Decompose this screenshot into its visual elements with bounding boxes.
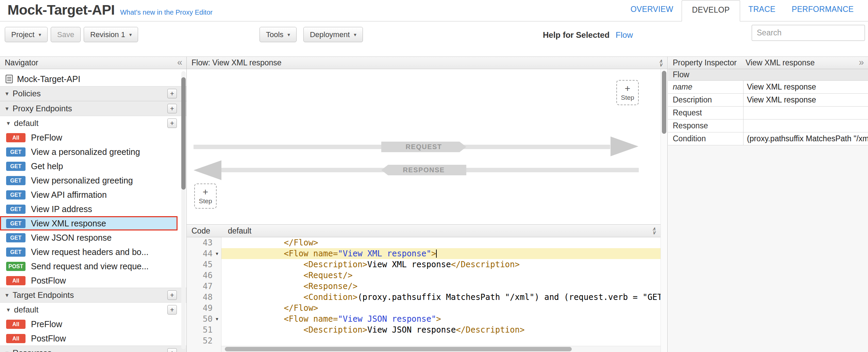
code-line-49[interactable]: 49 </Flow> — [187, 303, 661, 314]
collapse-flow-panel-icon[interactable]: ∧∨ — [659, 59, 663, 67]
flow-item-preflow[interactable]: All PreFlow — [0, 130, 186, 145]
help-selected-flow-link[interactable]: Flow — [616, 30, 633, 40]
tab-overview[interactable]: OVERVIEW — [622, 5, 682, 21]
flow-item-view-a-personalized-greeting[interactable]: GET View a personalized greeting — [0, 145, 186, 159]
code-line-46[interactable]: 46 <Request/> — [187, 270, 661, 281]
disclosure-triangle-icon[interactable]: ▾ — [5, 291, 9, 299]
expand-inspector-icon[interactable]: » — [859, 58, 864, 67]
disclosure-triangle-icon[interactable]: ▾ — [7, 119, 10, 127]
inspector-value[interactable]: View XML response — [744, 94, 868, 106]
flow-panel-scrollbar[interactable] — [661, 69, 667, 352]
tools-menu-label: Tools — [266, 30, 283, 39]
code-line-50[interactable]: 50▾ <Flow name="View JSON response"> — [187, 314, 661, 324]
flow-panel-scrollbar-thumb[interactable] — [662, 71, 666, 134]
line-number: 51 — [203, 324, 213, 335]
code-panel-title: Code — [191, 226, 210, 236]
target-endpoint-default[interactable]: ▾ default + — [0, 303, 186, 317]
search-input[interactable] — [752, 25, 865, 41]
proxy-root-item[interactable]: Mock-Target-API — [0, 72, 186, 86]
whats-new-link[interactable]: What's new in the Proxy Editor — [120, 9, 213, 16]
inspector-value[interactable]: View XML response — [744, 81, 868, 93]
flow-item-view-api-affirmation[interactable]: GET View API affirmation — [0, 188, 186, 202]
code-editor[interactable]: 43 </Flow> 44▾ <Flow name="View XML resp… — [187, 237, 661, 352]
method-badge: All — [6, 320, 26, 329]
add-response-step-button[interactable]: + Step — [194, 183, 217, 209]
flow-item-view-json-response[interactable]: GET View JSON response — [0, 230, 186, 245]
code-line-48[interactable]: 48 <Condition>(proxy.pathsuffix MatchesP… — [187, 292, 661, 303]
target-flow-item-preflow[interactable]: All PreFlow — [0, 317, 186, 331]
title-wrap: Mock-Target-API What's new in the Proxy … — [7, 2, 213, 18]
revision-menu-button[interactable]: Revision 1 ▾ — [84, 27, 138, 42]
collapse-navigator-icon[interactable]: « — [177, 58, 182, 67]
inspector-section-flow: Flow — [668, 69, 868, 81]
code-line-47[interactable]: 47 <Response/> — [187, 281, 661, 292]
add-proxy-flow-button[interactable]: + — [167, 118, 177, 128]
flow-item-postflow[interactable]: All PostFlow — [0, 273, 186, 288]
code-line-52[interactable]: 52 — [187, 335, 661, 346]
add-resource-button[interactable]: + — [167, 348, 177, 352]
code-line-45[interactable]: 45 <Description>View XML response</Descr… — [187, 259, 661, 270]
inspector-label: Description — [668, 94, 744, 106]
target-flow-item-postflow[interactable]: All PostFlow — [0, 331, 186, 346]
inspector-row-condition: Condition (proxy.pathsuffix MatchesPath … — [668, 132, 868, 145]
caret-down-icon: ▾ — [354, 32, 356, 38]
deployment-menu-button[interactable]: Deployment ▾ — [303, 27, 363, 42]
flow-item-send-request[interactable]: POST Send request and view reque... — [0, 259, 186, 273]
inspector-value[interactable] — [744, 119, 868, 132]
proxy-editor-page: Mock-Target-API What's new in the Proxy … — [0, 0, 868, 57]
add-target-flow-button[interactable]: + — [167, 305, 177, 315]
property-inspector-title: Property Inspector — [673, 58, 737, 67]
line-number: 48 — [203, 292, 213, 303]
flow-item-view-xml-response[interactable]: GET View XML response — [0, 216, 178, 230]
code-fold-icon[interactable]: ▾ — [213, 248, 221, 259]
flow-item-get-help[interactable]: GET Get help — [0, 159, 186, 173]
section-proxy-endpoints[interactable]: ▾ Proxy Endpoints + — [0, 101, 186, 116]
collapse-code-panel-icon[interactable]: ∧∨ — [652, 227, 656, 235]
main-area: Navigator « Mock-Target-API ▾ Policies +… — [0, 57, 868, 352]
add-request-step-button[interactable]: + Step — [616, 80, 639, 105]
tab-trace[interactable]: TRACE — [740, 5, 783, 21]
code-fold-icon[interactable]: ▾ — [213, 314, 221, 324]
flow-item-view-ip-address[interactable]: GET View IP address — [0, 202, 186, 216]
tab-develop[interactable]: DEVELOP — [682, 0, 740, 21]
add-target-endpoint-button[interactable]: + — [167, 290, 177, 300]
inspector-value[interactable] — [744, 107, 868, 119]
navigator-body: Mock-Target-API ▾ Policies + ▾ Proxy End… — [0, 69, 186, 352]
method-badge: GET — [6, 147, 26, 157]
section-policies[interactable]: ▾ Policies + — [0, 86, 186, 101]
code-horizontal-scrollbar[interactable] — [221, 346, 661, 352]
section-resources-label: Resources — [13, 348, 52, 352]
section-target-endpoints[interactable]: ▾ Target Endpoints + — [0, 288, 186, 303]
disclosure-triangle-icon[interactable]: ▾ — [5, 105, 9, 112]
toolbar-left-group: Project ▾ Save Revision 1 ▾ — [5, 27, 138, 42]
flow-panel-header: Flow: View XML response ∧∨ — [187, 57, 667, 69]
toolbar-mid-group: Tools ▾ Deployment ▾ — [260, 27, 363, 42]
code-tab-default[interactable]: default — [228, 226, 251, 236]
text-cursor — [436, 250, 437, 258]
flow-item-view-request-headers[interactable]: GET View request headers and bo... — [0, 245, 186, 259]
inspector-row-request: Request — [668, 107, 868, 119]
disclosure-triangle-icon[interactable]: ▾ — [5, 90, 9, 97]
navigator-scrollbar[interactable] — [181, 71, 186, 349]
section-resources[interactable]: ▾ Resources + — [0, 346, 186, 352]
inspector-row-response: Response — [668, 119, 868, 132]
code-line-43[interactable]: 43 </Flow> — [187, 237, 661, 248]
add-policy-button[interactable]: + — [167, 89, 177, 98]
code-line-44[interactable]: 44▾ <Flow name="View XML response"> — [187, 248, 661, 259]
code-horizontal-scrollbar-thumb[interactable] — [225, 347, 572, 351]
proxy-endpoint-default[interactable]: ▾ default + — [0, 116, 186, 130]
tab-performance[interactable]: PERFORMANCE — [784, 5, 862, 21]
save-button[interactable]: Save — [51, 27, 81, 42]
inspector-value[interactable]: (proxy.pathsuffix MatchesPath "/xml") an… — [744, 132, 868, 145]
disclosure-triangle-icon[interactable]: ▾ — [7, 306, 10, 314]
inspector-label: Request — [668, 107, 744, 119]
add-proxy-endpoint-button[interactable]: + — [167, 104, 177, 113]
help-for-selected-label: Help for Selected — [543, 30, 610, 40]
disclosure-triangle-icon[interactable]: ▾ — [5, 349, 9, 352]
code-line-51[interactable]: 51 <Description>View JSON response</Desc… — [187, 324, 661, 335]
project-menu-button[interactable]: Project ▾ — [5, 27, 48, 42]
tools-menu-button[interactable]: Tools ▾ — [260, 27, 297, 42]
line-number: 52 — [203, 335, 213, 346]
flow-item-view-personalized-greeting[interactable]: GET View personalized greeting — [0, 173, 186, 188]
navigator-scrollbar-thumb[interactable] — [181, 77, 186, 190]
